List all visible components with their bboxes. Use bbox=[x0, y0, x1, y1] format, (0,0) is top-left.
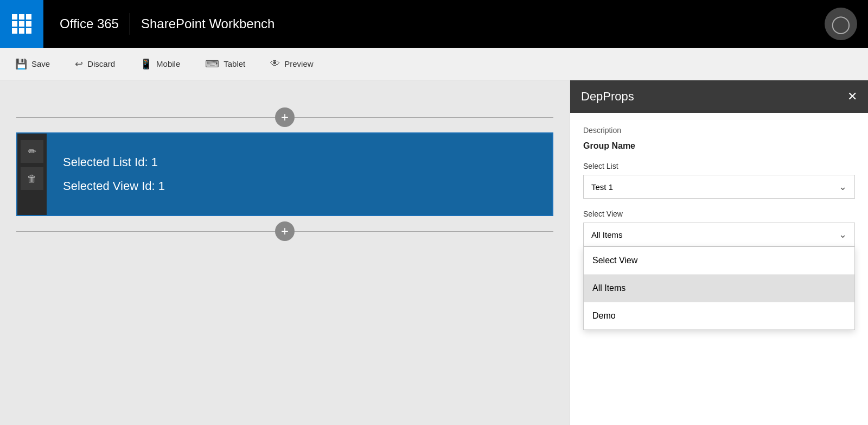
select-view-label: Select View bbox=[583, 210, 855, 218]
mobile-icon: 📱 bbox=[140, 58, 152, 70]
drop-line-left bbox=[16, 117, 275, 118]
avatar[interactable]: ◯ bbox=[825, 8, 857, 40]
title-divider bbox=[130, 13, 130, 35]
right-panel: DepProps ✕ Description Group Name Select… bbox=[570, 80, 868, 425]
add-webpart-bottom-button[interactable]: + bbox=[275, 221, 295, 241]
description-label: Description bbox=[583, 126, 855, 135]
select-view-value: All Items bbox=[591, 230, 623, 239]
drop-zone-bottom: + bbox=[16, 221, 553, 241]
page-title: SharePoint Workbench bbox=[141, 16, 275, 31]
drop-zone-top: + bbox=[16, 107, 553, 127]
office365-label: Office 365 bbox=[60, 16, 119, 31]
tablet-button[interactable]: ⌨ Tablet bbox=[201, 56, 250, 72]
select-list-label: Select List bbox=[583, 162, 855, 170]
toolbar: 💾 Save ↩ Discard 📱 Mobile ⌨ Tablet 👁 Pre… bbox=[0, 48, 868, 80]
user-icon: ◯ bbox=[831, 14, 851, 34]
webpart-container: ✏ 🗑 Selected List Id: 1 Selected View Id… bbox=[16, 132, 553, 216]
select-list-dropdown: Test 1 ⌄ bbox=[583, 175, 855, 199]
panel-header: DepProps ✕ bbox=[570, 80, 868, 113]
option-select-view[interactable]: Select View bbox=[584, 247, 854, 275]
option-all-items[interactable]: All Items bbox=[584, 275, 854, 302]
main-layout: + ✏ 🗑 Selected List Id: 1 Selected View … bbox=[0, 80, 868, 425]
tablet-icon: ⌨ bbox=[205, 58, 219, 70]
drop-line-right-bottom bbox=[295, 231, 553, 232]
drop-line-left-bottom bbox=[16, 231, 275, 232]
preview-icon: 👁 bbox=[270, 58, 280, 69]
chevron-down-icon: ⌄ bbox=[839, 181, 847, 193]
view-id-text: Selected View Id: 1 bbox=[63, 179, 536, 193]
panel-body: Description Group Name Select List Test … bbox=[570, 113, 868, 425]
edit-webpart-button[interactable]: ✏ bbox=[21, 140, 43, 163]
select-list-value: Test 1 bbox=[591, 182, 613, 192]
select-list-button[interactable]: Test 1 ⌄ bbox=[583, 175, 855, 199]
mobile-button[interactable]: 📱 Mobile bbox=[136, 56, 184, 72]
webpart-content: Selected List Id: 1 Selected View Id: 1 bbox=[47, 134, 552, 215]
panel-close-button[interactable]: ✕ bbox=[847, 90, 857, 104]
webpart-toolbar: ✏ 🗑 bbox=[17, 134, 47, 215]
top-bar: Office 365 SharePoint Workbench ◯ bbox=[0, 0, 868, 48]
add-webpart-top-button[interactable]: + bbox=[275, 107, 295, 127]
preview-button[interactable]: 👁 Preview bbox=[266, 56, 317, 72]
drop-line-right bbox=[295, 117, 553, 118]
app-title: Office 365 SharePoint Workbench bbox=[43, 13, 291, 35]
select-view-options: Select View All Items Demo bbox=[583, 246, 855, 330]
chevron-down-icon-view: ⌄ bbox=[839, 229, 847, 240]
option-demo[interactable]: Demo bbox=[584, 302, 854, 329]
group-name-label: Group Name bbox=[583, 141, 855, 151]
select-view-dropdown: All Items ⌄ Select View All Items Demo bbox=[583, 223, 855, 246]
save-icon: 💾 bbox=[15, 58, 27, 70]
select-view-button[interactable]: All Items ⌄ bbox=[583, 223, 855, 246]
waffle-button[interactable] bbox=[0, 0, 43, 48]
edit-icon: ✏ bbox=[28, 145, 36, 157]
panel-title: DepProps bbox=[581, 90, 634, 104]
list-id-text: Selected List Id: 1 bbox=[63, 155, 536, 169]
delete-icon: 🗑 bbox=[27, 173, 37, 185]
discard-icon: ↩ bbox=[75, 58, 83, 70]
save-button[interactable]: 💾 Save bbox=[11, 56, 54, 72]
waffle-icon bbox=[12, 14, 31, 34]
delete-webpart-button[interactable]: 🗑 bbox=[21, 167, 43, 190]
canvas-area: + ✏ 🗑 Selected List Id: 1 Selected View … bbox=[0, 80, 570, 425]
discard-button[interactable]: ↩ Discard bbox=[71, 56, 119, 72]
